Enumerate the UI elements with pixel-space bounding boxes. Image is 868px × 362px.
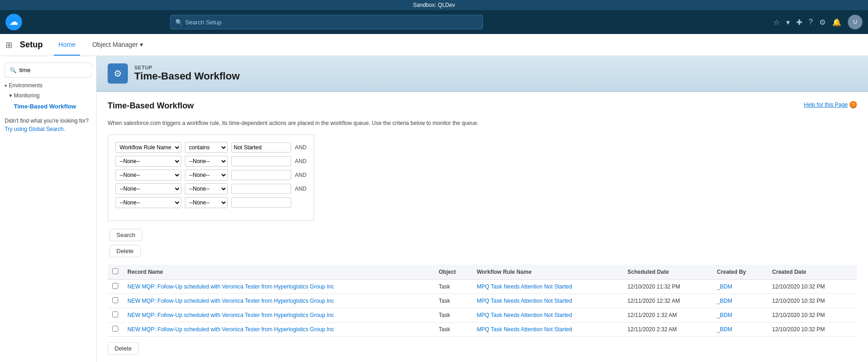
col-record-name: Record Name bbox=[123, 265, 434, 280]
help-for-page-link[interactable]: Help for this Page ? bbox=[804, 101, 857, 108]
sidebar-subsection-monitoring[interactable]: ▾ Monitoring bbox=[0, 90, 96, 101]
global-search-input[interactable] bbox=[185, 19, 478, 26]
col-object: Object bbox=[434, 265, 472, 280]
search-icon: 🔍 bbox=[175, 19, 183, 26]
created-by-link-3[interactable]: _BDM bbox=[717, 326, 732, 333]
row-created-date-1: 12/10/2020 10:32 PM bbox=[768, 294, 857, 308]
filter-row4-connector: AND bbox=[293, 182, 308, 196]
created-by-link-1[interactable]: _BDM bbox=[717, 298, 732, 304]
app-nav: ⊞ Setup Home Object Manager ▾ bbox=[0, 34, 868, 56]
row-created-date-2: 12/10/2020 10:32 PM bbox=[768, 308, 857, 322]
favorites-dropdown-icon[interactable]: ▾ bbox=[786, 18, 790, 27]
sidebar-search-icon: 🔍 bbox=[10, 67, 17, 74]
delete-button-top[interactable]: Delete bbox=[109, 245, 141, 257]
sidebar-search: 🔍 bbox=[5, 62, 92, 78]
help-icon[interactable]: ? bbox=[809, 18, 813, 26]
filter-row2-value[interactable] bbox=[231, 156, 291, 166]
row-object-1: Task bbox=[434, 294, 472, 308]
salesforce-logo[interactable]: ☁ bbox=[6, 14, 22, 30]
row-checkbox-2[interactable] bbox=[112, 311, 118, 317]
global-nav: ☁ 🔍 ☆ ▾ ✚ ? ⚙ 🔔 U bbox=[0, 10, 868, 34]
table-row: NEW MQP: Follow-Up scheduled with Veroni… bbox=[108, 322, 857, 337]
sidebar-search-input[interactable] bbox=[19, 67, 97, 74]
filter-row-1: Workflow Rule Name --None-- Object Sched… bbox=[114, 141, 308, 154]
favorites-icon[interactable]: ☆ bbox=[773, 18, 780, 27]
workflow-rule-link-3[interactable]: MPQ Task Needs Attention Not Started bbox=[477, 326, 572, 333]
record-name-link-3[interactable]: NEW MQP: Follow-Up scheduled with Veroni… bbox=[127, 326, 334, 333]
record-name-link-0[interactable]: NEW MQP: Follow-Up scheduled with Veroni… bbox=[127, 283, 334, 290]
delete-button-bottom[interactable]: Delete bbox=[108, 342, 139, 355]
row-created-date-3: 12/10/2020 10:32 PM bbox=[768, 322, 857, 337]
environments-arrow-icon: ▾ bbox=[5, 83, 7, 88]
row-checkbox-1[interactable] bbox=[112, 297, 118, 303]
table-header-row: Record Name Object Workflow Rule Name Sc… bbox=[108, 265, 857, 280]
row-object-3: Task bbox=[434, 322, 472, 337]
row-checkbox-0[interactable] bbox=[112, 283, 118, 289]
workflow-rule-link-1[interactable]: MPQ Task Needs Attention Not Started bbox=[477, 298, 572, 304]
filter-row-4: --None-- Workflow Rule Name Object Sched… bbox=[114, 182, 308, 196]
filter-row5-field[interactable]: --None-- Workflow Rule Name Object Sched… bbox=[115, 197, 181, 208]
filter-row5-value[interactable] bbox=[231, 198, 291, 208]
page-header: ⚙ SETUP Time-Based Workflow bbox=[97, 56, 868, 92]
filter-row5-connector bbox=[293, 196, 308, 209]
tab-home[interactable]: Home bbox=[54, 34, 80, 56]
filter-row-3: --None-- Workflow Rule Name Object Sched… bbox=[114, 168, 308, 182]
workflow-rule-link-0[interactable]: MPQ Task Needs Attention Not Started bbox=[477, 283, 572, 290]
tab-object-manager[interactable]: Object Manager ▾ bbox=[87, 34, 148, 56]
page-title: Time-Based Workflow bbox=[134, 70, 240, 82]
col-created-date: Created Date bbox=[768, 265, 857, 280]
filter-row4-operator[interactable]: --None-- contains equals starts with not… bbox=[185, 183, 228, 194]
main-layout: 🔍 ▾ Environments ▾ Monitoring Time-Based… bbox=[0, 56, 868, 362]
notifications-icon[interactable]: 🔔 bbox=[832, 18, 841, 27]
page-body: Help for this Page ? Time-Based Workflow… bbox=[97, 92, 868, 362]
filter-table: Workflow Rule Name --None-- Object Sched… bbox=[114, 141, 308, 209]
app-grid-icon[interactable]: ⊞ bbox=[6, 40, 12, 50]
filter-row1-field[interactable]: Workflow Rule Name --None-- Object Sched… bbox=[115, 142, 181, 153]
banner-text: Sandbox: QLDev bbox=[413, 2, 455, 8]
header-text: SETUP Time-Based Workflow bbox=[134, 65, 240, 82]
filter-row4-value[interactable] bbox=[231, 184, 291, 194]
row-object-2: Task bbox=[434, 308, 472, 322]
filter-row1-value[interactable] bbox=[231, 142, 291, 153]
workflow-rule-link-2[interactable]: MPQ Task Needs Attention Not Started bbox=[477, 312, 572, 318]
created-by-link-0[interactable]: _BDM bbox=[717, 283, 732, 290]
record-name-link-1[interactable]: NEW MQP: Follow-Up scheduled with Veroni… bbox=[127, 298, 334, 304]
col-scheduled-date: Scheduled Date bbox=[623, 265, 712, 280]
filter-row2-connector: AND bbox=[293, 154, 308, 168]
page-header-icon: ⚙ bbox=[108, 63, 128, 84]
monitoring-arrow-icon: ▾ bbox=[9, 92, 12, 99]
filter-row1-operator[interactable]: contains --None-- equals starts with not… bbox=[185, 142, 228, 153]
filter-row2-field[interactable]: --None-- Workflow Rule Name Object Sched… bbox=[115, 156, 181, 167]
filter-row3-value[interactable] bbox=[231, 170, 291, 180]
avatar[interactable]: U bbox=[848, 15, 862, 29]
page-body-title: Time-Based Workflow bbox=[108, 101, 857, 111]
sidebar: 🔍 ▾ Environments ▾ Monitoring Time-Based… bbox=[0, 56, 97, 362]
table-row: NEW MQP: Follow-Up scheduled with Veroni… bbox=[108, 280, 857, 294]
filter-row3-operator[interactable]: --None-- contains equals starts with not… bbox=[185, 170, 228, 181]
row-checkbox-3[interactable] bbox=[112, 326, 118, 332]
row-scheduled-date-0: 12/10/2020 11:32 PM bbox=[623, 280, 712, 294]
select-all-checkbox[interactable] bbox=[112, 268, 118, 274]
global-search-bar: 🔍 bbox=[170, 15, 483, 29]
add-icon[interactable]: ✚ bbox=[796, 18, 802, 27]
created-by-link-2[interactable]: _BDM bbox=[717, 312, 732, 318]
help-page-icon: ? bbox=[850, 101, 857, 108]
row-scheduled-date-3: 12/11/2020 2:32 AM bbox=[623, 322, 712, 337]
chevron-down-icon: ▾ bbox=[140, 41, 143, 48]
filter-row2-operator[interactable]: --None-- contains equals starts with not… bbox=[185, 156, 228, 167]
sidebar-item-time-based-workflow[interactable]: Time-Based Workflow bbox=[0, 101, 96, 112]
col-created-by: Created By bbox=[712, 265, 767, 280]
filter-row-5: --None-- Workflow Rule Name Object Sched… bbox=[114, 196, 308, 209]
results-table: Record Name Object Workflow Rule Name Sc… bbox=[108, 265, 857, 337]
row-created-date-0: 12/10/2020 10:32 PM bbox=[768, 280, 857, 294]
filter-row5-operator[interactable]: --None-- contains equals starts with not… bbox=[185, 197, 228, 208]
filter-row4-field[interactable]: --None-- Workflow Rule Name Object Sched… bbox=[115, 183, 181, 194]
sidebar-section-environments[interactable]: ▾ Environments bbox=[0, 80, 96, 90]
record-name-link-2[interactable]: NEW MQP: Follow-Up scheduled with Veroni… bbox=[127, 312, 334, 318]
filter-row1-connector: AND bbox=[293, 141, 308, 154]
settings-icon[interactable]: ⚙ bbox=[819, 18, 826, 27]
col-workflow-rule-name: Workflow Rule Name bbox=[472, 265, 623, 280]
search-button[interactable]: Search bbox=[109, 229, 142, 241]
global-search-link[interactable]: Try using Global Search. bbox=[5, 126, 65, 132]
filter-row3-field[interactable]: --None-- Workflow Rule Name Object Sched… bbox=[115, 170, 181, 181]
